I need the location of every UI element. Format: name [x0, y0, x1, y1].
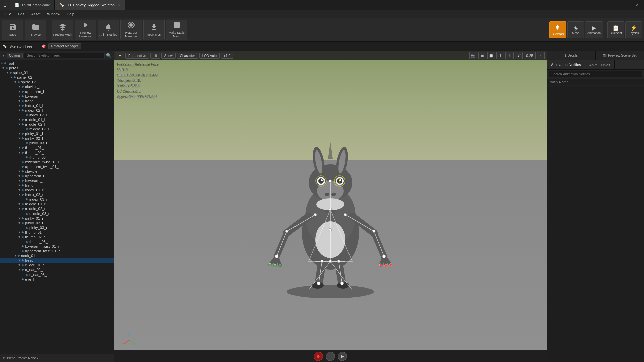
- tree-expand-root[interactable]: ▼: [0, 62, 4, 65]
- anim-notifies-button[interactable]: Anim Notifies: [98, 20, 119, 40]
- tree-expand-upperarm_r[interactable]: ▼: [17, 174, 21, 178]
- tree-item-index_01_r[interactable]: ▼⊕index_01_r: [0, 188, 114, 192]
- tab-third-person-walk[interactable]: 📄 ThirdPersonWalk: [10, 0, 55, 10]
- tree-expand-middle_01_l[interactable]: ▼: [17, 118, 21, 121]
- tab-skeleton[interactable]: 🦴 TH_Donkey_Rigged.Skeleton ✕: [55, 0, 125, 10]
- tree-expand-middle_02_r[interactable]: ▼: [17, 207, 21, 210]
- tree-item-middle_01_r[interactable]: ▼⊕middle_01_r: [0, 202, 114, 206]
- play-button[interactable]: ▶: [338, 352, 347, 361]
- tree-item-spine_01[interactable]: ▼⊕spine_01: [0, 70, 114, 75]
- warn-btn[interactable]: ⚠: [505, 52, 514, 59]
- tree-expand-index_02_r[interactable]: ▼: [17, 193, 21, 196]
- close-button[interactable]: ✕: [631, 0, 644, 10]
- skeleton-mode-button[interactable]: Skeleton: [549, 21, 566, 38]
- menu-file[interactable]: File: [2, 11, 15, 17]
- tree-expand-c_ear_02_r[interactable]: ▼: [17, 268, 21, 272]
- tree-item-pinky_02_r[interactable]: ▼⊕pinky_02_r: [0, 221, 114, 225]
- tree-item-upperarm_r[interactable]: ▼⊕upperarm_r: [0, 174, 114, 178]
- tree-item-index_02_r[interactable]: ▼⊕index_02_r: [0, 192, 114, 197]
- save-button[interactable]: Save: [2, 20, 23, 40]
- tree-item-thumb_02_l[interactable]: ▼⊕thumb_02_l: [0, 150, 114, 155]
- tree-search-input[interactable]: [24, 53, 105, 58]
- tree-expand-clavicle_r[interactable]: ▼: [17, 170, 21, 173]
- animation-mode-button[interactable]: ▶ Animation: [585, 21, 603, 38]
- tree-expand-middle_01_r[interactable]: ▼: [17, 202, 21, 206]
- tree-expand-thumb_01_r[interactable]: ▼: [17, 231, 21, 234]
- tree-item-hand_r[interactable]: ▼⊕hand_r: [0, 183, 114, 188]
- maximize-button[interactable]: □: [617, 0, 631, 10]
- anim-curves-tab[interactable]: Anim Curves: [585, 60, 615, 69]
- retarget-manager-button[interactable]: Retarget Manager: [48, 43, 82, 49]
- lit-button[interactable]: Lit: [150, 53, 160, 59]
- tree-item-middle_03_r[interactable]: ⊕middle_03_r: [0, 211, 114, 216]
- tree-item-upperarm_twist_01_r[interactable]: ⊕upperarm_twist_01_r: [0, 249, 114, 253]
- tree-item-index_02_l[interactable]: ▼⊕index_02_l: [0, 108, 114, 113]
- tree-item-clavicle_l[interactable]: ▼⊕clavicle_l: [0, 84, 114, 89]
- anim-search-input[interactable]: [549, 71, 642, 77]
- tree-expand-thumb_02_l[interactable]: ▼: [17, 151, 21, 154]
- tree-item-lowerarm_r[interactable]: ▼⊕lowerarm_r: [0, 178, 114, 183]
- tree-expand-clavicle_l[interactable]: ▼: [17, 85, 21, 88]
- mesh-mode-button[interactable]: ◈ Mesh: [567, 21, 584, 38]
- tree-item-lowerarm_twist_01_l[interactable]: ⊕lowerarm_twist_01_l: [0, 160, 114, 164]
- tree-expand-pinky_02_r[interactable]: ▼: [17, 221, 21, 225]
- tree-item-thumb_03_l[interactable]: ⊕thumb_03_l: [0, 155, 114, 160]
- tree-item-root[interactable]: ▼⊕root: [0, 61, 114, 66]
- camera-icon-btn[interactable]: 📷: [469, 52, 477, 59]
- menu-edit[interactable]: Edit: [15, 11, 28, 17]
- retarget-button[interactable]: Retarget Manager: [120, 20, 142, 40]
- tree-item-spine_02[interactable]: ▼⊕spine_02: [0, 75, 114, 80]
- tree-item-pinky_01_r[interactable]: ▼⊕pinky_01_r: [0, 216, 114, 221]
- preview-mesh-button[interactable]: Preview Mesh: [52, 20, 73, 40]
- import-mesh-button[interactable]: Import Mesh: [143, 20, 165, 40]
- menu-window[interactable]: Window: [44, 11, 63, 17]
- tree-item-pelvis[interactable]: ▼⊕pelvis: [0, 66, 114, 70]
- tree-expand-lowerarm_l[interactable]: ▼: [17, 95, 21, 98]
- viewport-options-button[interactable]: ▼: [116, 52, 124, 59]
- tree-expand-pinky_02_l[interactable]: ▼: [17, 137, 21, 140]
- tree-item-lowerarm_twist_01_r[interactable]: ⊕lowerarm_twist_01_r: [0, 244, 114, 249]
- tree-expand-index_02_l[interactable]: ▼: [17, 109, 21, 112]
- tree-item-index_03_l[interactable]: ⊕index_03_l: [0, 113, 114, 117]
- tree-expand-hand_r[interactable]: ▼: [17, 184, 21, 187]
- tree-item-c_ear_03_r[interactable]: ⊕c_ear_03_r: [0, 272, 114, 277]
- 1-btn[interactable]: 1: [496, 52, 504, 59]
- grid-icon-btn[interactable]: ⊞: [478, 52, 486, 59]
- tree-item-thumb_01_r[interactable]: ▼⊕thumb_01_r: [0, 230, 114, 235]
- scale-button[interactable]: x1.0: [221, 53, 233, 59]
- tree-expand-index_01_r[interactable]: ▼: [17, 188, 21, 192]
- tree-item-pinky_02_l[interactable]: ▼⊕pinky_02_l: [0, 136, 114, 141]
- menu-help[interactable]: Help: [63, 11, 78, 17]
- tree-item-spine_03[interactable]: ▼⊕spine_03: [0, 80, 114, 84]
- tree-item-middle_03_l[interactable]: ⊕middle_03_l: [0, 127, 114, 131]
- details-tab[interactable]: ℹ Details: [547, 51, 596, 60]
- tree-expand-spine_01[interactable]: ▼: [5, 71, 9, 74]
- val-025-btn[interactable]: 0.25: [524, 52, 536, 59]
- tree-item-head[interactable]: ▼⊕head: [0, 258, 114, 263]
- search-button[interactable]: 🔍: [106, 53, 112, 58]
- menu-asset[interactable]: Asset: [28, 11, 44, 17]
- tree-item-clavicle_r[interactable]: ▼⊕clavicle_r: [0, 169, 114, 174]
- lod-auto-button[interactable]: LOD Auto: [199, 53, 220, 59]
- tree-item-lowerarm_l[interactable]: ▼⊕lowerarm_l: [0, 94, 114, 99]
- tree-item-thumb_02_r[interactable]: ▼⊕thumb_02_r: [0, 235, 114, 239]
- blueprint-mode-button[interactable]: 📋 Blueprint: [607, 21, 624, 38]
- pause-button[interactable]: ⏸: [326, 352, 335, 361]
- brush-btn[interactable]: 🖌: [515, 52, 523, 59]
- tree-content[interactable]: ▼⊕root▼⊕pelvis▼⊕spine_01▼⊕spine_02▼⊕spin…: [0, 60, 114, 354]
- tree-item-middle_01_l[interactable]: ▼⊕middle_01_l: [0, 117, 114, 122]
- tree-expand-middle_02_l[interactable]: ▼: [17, 123, 21, 126]
- tree-expand-lowerarm_r[interactable]: ▼: [17, 179, 21, 182]
- tree-expand-pinky_01_l[interactable]: ▼: [17, 132, 21, 135]
- tree-expand-thumb_02_r[interactable]: ▼: [17, 235, 21, 239]
- tree-expand-spine_02[interactable]: ▼: [9, 76, 13, 79]
- tree-expand-head[interactable]: ▼: [17, 259, 21, 262]
- tree-item-neck_01[interactable]: ▼⊕neck_01: [0, 253, 114, 258]
- options-button[interactable]: Options: [7, 53, 23, 58]
- preview-scene-tab[interactable]: 🎬 Preview Scene Set: [596, 51, 644, 60]
- tree-item-middle_02_r[interactable]: ▼⊕middle_02_r: [0, 206, 114, 211]
- tree-item-upperarm_twist_01_l[interactable]: ⊕upperarm_twist_01_l: [0, 164, 114, 169]
- tree-expand-hand_l[interactable]: ▼: [17, 99, 21, 103]
- tree-item-pinky_03_r[interactable]: ⊕pinky_03_r: [0, 225, 114, 230]
- tree-item-middle_02_l[interactable]: ▼⊕middle_02_l: [0, 122, 114, 127]
